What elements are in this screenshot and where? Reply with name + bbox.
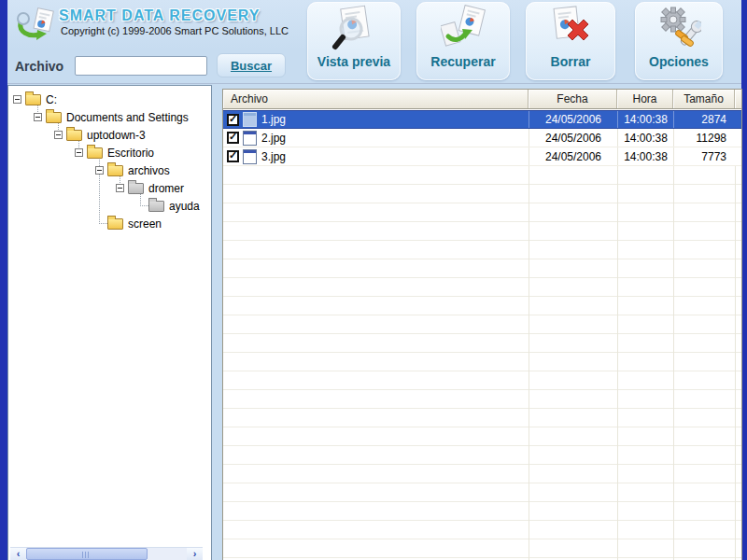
file-name: 3.jpg: [261, 150, 286, 163]
tree-node-archivos[interactable]: archivos: [95, 161, 170, 179]
app-logo-icon: [15, 6, 58, 49]
file-search-label: Archivo: [15, 59, 63, 74]
preview-button[interactable]: Vista previa: [307, 2, 401, 80]
file-name: 1.jpg: [261, 113, 286, 126]
folder-icon: [66, 130, 82, 141]
options-gear-wrench-icon: [656, 5, 701, 53]
collapse-icon[interactable]: [75, 148, 83, 157]
collapse-icon[interactable]: [34, 113, 42, 121]
folder-icon: [25, 94, 41, 105]
file-size: 11298: [673, 129, 735, 147]
file-search-input[interactable]: [75, 56, 207, 76]
column-header-hora[interactable]: Hora: [617, 90, 673, 108]
tree-node-dromer[interactable]: dromer: [116, 179, 184, 197]
file-date: 24/05/2006: [529, 129, 617, 147]
tree-node-c-drive[interactable]: C:: [13, 91, 57, 108]
grid-line: [529, 110, 529, 560]
collapse-icon[interactable]: [13, 95, 21, 104]
tree-node-label: C:: [46, 93, 57, 106]
file-time: 14:00:38: [617, 111, 673, 128]
file-row-3jpg[interactable]: 3.jpg 24/05/2006 14:00:38 7773: [223, 147, 741, 166]
collapse-icon[interactable]: [95, 166, 104, 175]
delete-document-icon: [548, 5, 593, 53]
tree-node-label: screen: [128, 217, 162, 231]
folder-icon: [128, 183, 144, 194]
tree-horizontal-scrollbar[interactable]: ‹ ›: [10, 547, 203, 560]
file-size: 7773: [673, 147, 735, 165]
scroll-left-arrow-icon[interactable]: ‹: [10, 548, 26, 560]
folder-tree-panel: C: Documents and Settings uptodown-3 Esc…: [7, 85, 212, 560]
recover-document-icon: [441, 5, 486, 53]
tree-node-screen[interactable]: screen: [95, 215, 162, 232]
file-time: 14:00:38: [617, 129, 673, 147]
scrollbar-track[interactable]: [148, 548, 187, 560]
folder-icon: [107, 218, 123, 230]
scrollbar-thumb[interactable]: [26, 548, 148, 560]
image-file-icon: [243, 112, 257, 127]
file-row-1jpg[interactable]: 1.jpg 24/05/2006 14:00:38 2874: [223, 110, 741, 129]
file-row-2jpg[interactable]: 2.jpg 24/05/2006 14:00:38 11298: [223, 129, 741, 147]
app-window: SMART DATA RECOVERY Copyright (c) 1999-2…: [0, 0, 747, 560]
checkbox-checked-icon[interactable]: [227, 132, 239, 144]
app-title: SMART DATA RECOVERY: [59, 7, 260, 24]
column-header-tamano[interactable]: Tamaño: [673, 90, 735, 108]
collapse-icon[interactable]: [54, 131, 63, 139]
folder-icon: [148, 201, 164, 212]
image-file-icon: [243, 131, 257, 146]
folder-icon: [46, 112, 62, 123]
grid-line: [673, 110, 674, 560]
file-list-panel: Archivo Fecha Hora Tamaño 1.jpg 24/05/20…: [222, 89, 742, 560]
tree-node-label: Escritorio: [107, 147, 154, 160]
copyright-text: Copyright (c) 1999-2006 Smart PC Solutio…: [61, 25, 289, 36]
tree-node-label: dromer: [148, 182, 184, 195]
tree-node-label: Documents and Settings: [66, 111, 189, 124]
recover-button[interactable]: Recuperar: [416, 2, 510, 80]
delete-button-label: Borrar: [551, 54, 591, 69]
file-list-body: 1.jpg 24/05/2006 14:00:38 2874 2.jpg 24/…: [223, 110, 741, 560]
options-button[interactable]: Opciones: [635, 2, 723, 80]
folder-icon: [87, 147, 103, 159]
tree-node-label: uptodown-3: [87, 129, 146, 142]
column-header-archivo[interactable]: Archivo: [223, 90, 529, 108]
grid-line: [735, 110, 736, 560]
tree-node-label: ayuda: [169, 200, 200, 213]
tree-node-escritorio[interactable]: Escritorio: [75, 144, 154, 161]
tree-node-ayuda[interactable]: ayuda: [136, 197, 200, 215]
file-date: 24/05/2006: [529, 147, 617, 165]
file-name: 2.jpg: [261, 132, 286, 145]
collapse-icon[interactable]: [116, 184, 124, 192]
grid-line: [617, 110, 618, 560]
image-file-icon: [243, 149, 257, 164]
search-button[interactable]: Buscar: [217, 53, 286, 77]
preview-button-label: Vista previa: [317, 54, 390, 69]
file-size: 2874: [673, 111, 735, 128]
recover-button-label: Recuperar: [430, 54, 495, 69]
preview-document-icon: [331, 5, 376, 53]
checkbox-checked-icon[interactable]: [227, 150, 239, 162]
file-date: 24/05/2006: [529, 111, 617, 128]
tree-node-label: archivos: [128, 164, 170, 177]
column-header-fecha[interactable]: Fecha: [529, 90, 617, 108]
options-button-label: Opciones: [649, 54, 709, 69]
file-list-header: Archivo Fecha Hora Tamaño: [223, 90, 741, 109]
tree-node-documents-and-settings[interactable]: Documents and Settings: [34, 108, 189, 126]
scroll-right-arrow-icon[interactable]: ›: [187, 548, 203, 560]
header-bar: SMART DATA RECOVERY Copyright (c) 1999-2…: [7, 0, 741, 84]
checkbox-checked-icon[interactable]: [227, 114, 239, 126]
tree-node-uptodown-3[interactable]: uptodown-3: [54, 126, 146, 144]
folder-icon: [107, 165, 123, 176]
column-header-stub: [735, 90, 741, 108]
delete-button[interactable]: Borrar: [526, 2, 615, 80]
file-time: 14:00:38: [617, 147, 673, 165]
